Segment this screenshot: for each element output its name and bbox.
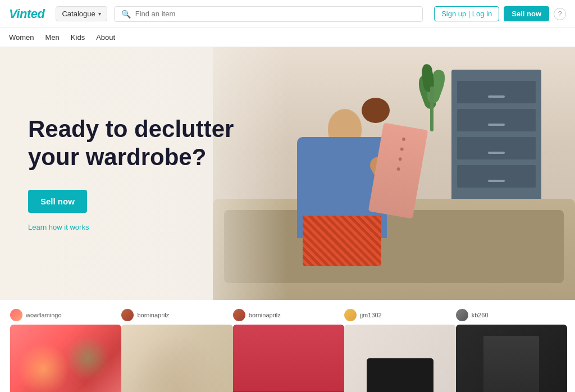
- product-image[interactable]: [344, 325, 455, 392]
- product-thumbnail[interactable]: [344, 325, 455, 392]
- learn-how-link[interactable]: Learn how it works: [28, 223, 89, 231]
- product-column: jjm1302: [343, 309, 454, 392]
- seller-avatar: [233, 309, 245, 321]
- sell-now-button[interactable]: Sell now: [504, 6, 549, 21]
- seller-info: borninaprilz: [232, 309, 343, 321]
- product-column: borninaprilz: [232, 309, 343, 392]
- seller-avatar: [10, 309, 22, 321]
- products-section: wowflamingo borninaprilz borninaprilz: [0, 300, 575, 392]
- nav-item-about[interactable]: About: [96, 33, 115, 42]
- header: Vinted Catalogue ▾ 🔍 Sign up | Log in Se…: [0, 0, 575, 28]
- signup-button[interactable]: Sign up | Log in: [434, 6, 499, 21]
- seller-avatar: [456, 309, 468, 321]
- header-actions: Sign up | Log in Sell now ?: [434, 6, 566, 21]
- product-thumbnail[interactable]: [121, 325, 232, 392]
- search-input[interactable]: [135, 10, 416, 18]
- seller-name: borninaprilz: [137, 312, 169, 318]
- hero-section: Ready to declutter your wardrobe? Sell n…: [0, 47, 575, 300]
- hero-text-area: Ready to declutter your wardrobe? Sell n…: [28, 115, 241, 232]
- seller-name: jjm1302: [360, 312, 382, 318]
- product-image[interactable]: [233, 325, 344, 392]
- product-image[interactable]: [456, 325, 567, 392]
- seller-info: borninaprilz: [120, 309, 231, 321]
- seller-name: kb260: [472, 312, 489, 318]
- product-image[interactable]: [10, 325, 121, 392]
- search-bar: 🔍: [114, 6, 423, 22]
- seller-avatar: [344, 309, 357, 321]
- product-thumbnail[interactable]: [233, 325, 344, 392]
- nav-item-women[interactable]: Women: [9, 33, 34, 42]
- hero-sell-button[interactable]: Sell now: [28, 190, 87, 213]
- seller-name: wowflamingo: [26, 312, 62, 318]
- dropdown-arrow-icon: ▾: [98, 11, 101, 17]
- seller-info: wowflamingo: [9, 309, 120, 321]
- product-thumbnail[interactable]: [10, 325, 121, 392]
- product-image[interactable]: [121, 325, 232, 392]
- logo[interactable]: Vinted: [9, 7, 44, 21]
- seller-name: borninaprilz: [249, 312, 281, 318]
- nav-item-kids[interactable]: Kids: [71, 33, 85, 42]
- product-list: wowflamingo borninaprilz borninaprilz: [9, 309, 566, 392]
- search-icon: 🔍: [121, 10, 131, 19]
- product-column: wowflamingo: [9, 309, 120, 392]
- dresser-decoration: [451, 70, 541, 216]
- seller-info: kb260: [455, 309, 566, 321]
- product-column: kb260: [455, 309, 566, 392]
- product-thumbnail[interactable]: [456, 325, 567, 392]
- product-column: borninaprilz: [120, 309, 231, 392]
- main-nav: Women Men Kids About: [0, 28, 575, 47]
- seller-avatar: [121, 309, 134, 321]
- catalogue-button[interactable]: Catalogue ▾: [56, 6, 107, 21]
- nav-item-men[interactable]: Men: [45, 33, 60, 42]
- catalogue-label: Catalogue: [62, 10, 95, 18]
- seller-info: jjm1302: [343, 309, 454, 321]
- help-icon[interactable]: ?: [554, 8, 566, 20]
- hero-title: Ready to declutter your wardrobe?: [28, 115, 241, 172]
